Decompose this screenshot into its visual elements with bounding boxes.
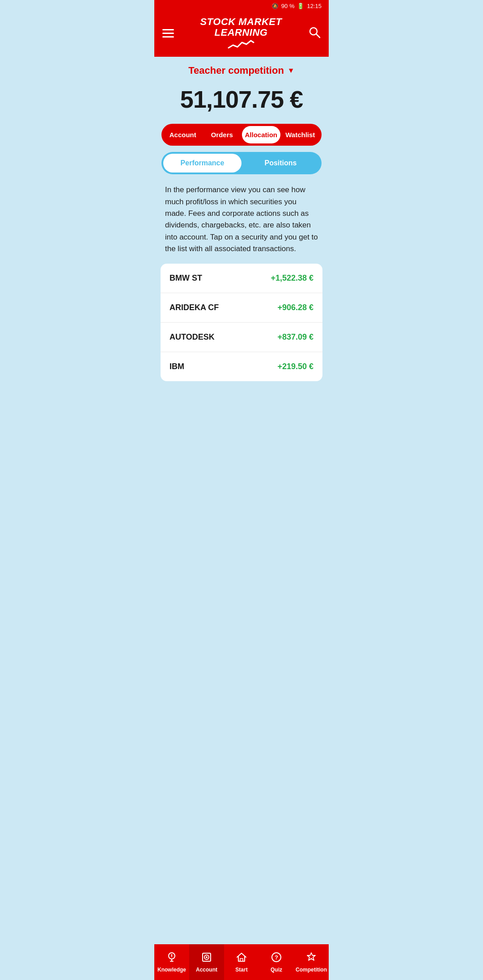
stock-value-autodesk: +837.09 € bbox=[277, 332, 314, 342]
sub-tab-performance[interactable]: Performance bbox=[163, 154, 242, 172]
balance-display: 51,107.75 € bbox=[154, 80, 329, 124]
balance-amount: 51,107.75 € bbox=[163, 85, 320, 113]
stock-item-ibm[interactable]: IBM +219.50 € bbox=[161, 352, 322, 381]
stock-item-bmw[interactable]: BMW ST +1,522.38 € bbox=[161, 264, 322, 293]
stock-list: BMW ST +1,522.38 € ARIDEKA CF +906.28 € … bbox=[161, 264, 322, 381]
stock-value-bmw: +1,522.38 € bbox=[271, 273, 314, 283]
competition-label: Teacher competition bbox=[188, 65, 284, 76]
menu-button[interactable] bbox=[162, 29, 174, 38]
svg-line-1 bbox=[316, 34, 320, 38]
app-title-text: STOCK MARKETLEARNING bbox=[200, 17, 282, 38]
competition-selector: Teacher competition ▼ bbox=[154, 57, 329, 80]
app-title: STOCK MARKETLEARNING bbox=[200, 17, 282, 50]
performance-description: In the performance view you can see how … bbox=[154, 182, 329, 264]
stock-item-arideka[interactable]: ARIDEKA CF +906.28 € bbox=[161, 293, 322, 323]
tab-allocation[interactable]: Allocation bbox=[242, 126, 280, 143]
battery-icon: 🔕 bbox=[271, 3, 279, 9]
main-content: Teacher competition ▼ 51,107.75 € Accoun… bbox=[154, 57, 329, 417]
competition-dropdown-button[interactable]: Teacher competition ▼ bbox=[188, 65, 294, 76]
status-bar: 🔕 90 % 🔋 12:15 bbox=[154, 0, 329, 12]
stock-value-ibm: +219.50 € bbox=[277, 362, 314, 371]
stock-name-ibm: IBM bbox=[169, 362, 184, 371]
chevron-down-icon: ▼ bbox=[288, 67, 295, 75]
stock-item-autodesk[interactable]: AUTODESK +837.09 € bbox=[161, 323, 322, 352]
stock-name-arideka: ARIDEKA CF bbox=[169, 303, 219, 312]
sub-tabs: Performance Positions bbox=[161, 152, 322, 174]
tab-orders[interactable]: Orders bbox=[203, 126, 242, 143]
sub-tab-positions[interactable]: Positions bbox=[242, 154, 320, 172]
main-tabs: Account Orders Allocation Watchlist bbox=[161, 124, 322, 146]
tab-account[interactable]: Account bbox=[164, 126, 202, 143]
stock-name-autodesk: AUTODESK bbox=[169, 332, 215, 342]
stock-value-arideka: +906.28 € bbox=[277, 303, 314, 312]
time: 12:15 bbox=[307, 3, 322, 9]
app-header: STOCK MARKETLEARNING bbox=[154, 12, 329, 57]
chart-icon bbox=[200, 40, 282, 50]
tab-watchlist[interactable]: Watchlist bbox=[281, 126, 320, 143]
stock-name-bmw: BMW ST bbox=[169, 273, 202, 283]
battery-percent: 90 % bbox=[281, 3, 295, 9]
battery-indicator: 🔋 bbox=[297, 3, 304, 9]
search-button[interactable] bbox=[308, 26, 321, 40]
